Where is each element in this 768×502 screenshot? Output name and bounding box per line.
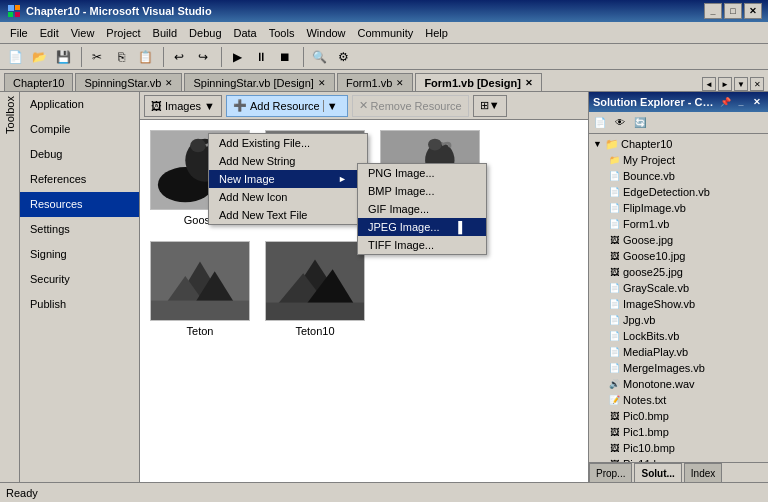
tab-form1-design-close[interactable]: ✕: [525, 78, 533, 88]
tab-spinningstar-design[interactable]: SpinningStar.vb [Design] ✕: [184, 73, 334, 91]
add-resource-dropdown-arrow[interactable]: ▼: [323, 100, 341, 112]
toolbar-paste[interactable]: 📋: [134, 46, 156, 68]
menu-view[interactable]: View: [65, 25, 101, 41]
maximize-button[interactable]: □: [724, 3, 742, 19]
tab-close-all[interactable]: ✕: [750, 77, 764, 91]
tab-scroll-right[interactable]: ►: [718, 77, 732, 91]
menu-help[interactable]: Help: [419, 25, 454, 41]
se-node-edgedetection[interactable]: 📄 EdgeDetection.vb: [589, 184, 768, 200]
se-node-chapter10[interactable]: ▼ 📁 Chapter10: [589, 136, 768, 152]
menu-tools[interactable]: Tools: [263, 25, 301, 41]
toolbar-redo[interactable]: ↪: [192, 46, 214, 68]
se-node-monotone[interactable]: 🔊 Monotone.wav: [589, 376, 768, 392]
app-icon: [6, 3, 22, 19]
toolbar-stop[interactable]: ⏹: [274, 46, 296, 68]
menu-data[interactable]: Data: [228, 25, 263, 41]
image-label-teton10: Teton10: [295, 325, 334, 337]
left-panel-security[interactable]: Security: [20, 267, 139, 292]
dropdown-add-new-string[interactable]: Add New String: [209, 152, 367, 170]
images-button[interactable]: 🖼 Images ▼: [144, 95, 222, 117]
close-button[interactable]: ✕: [744, 3, 762, 19]
se-node-goose10jpg[interactable]: 🖼 Goose10.jpg: [589, 248, 768, 264]
se-close-button[interactable]: ✕: [750, 95, 764, 109]
submenu-tiff-image[interactable]: TIFF Image...: [358, 236, 486, 254]
left-panel-resources[interactable]: Resources: [20, 192, 139, 217]
se-tab-solution[interactable]: Solut...: [634, 463, 681, 482]
se-node-goosejpg[interactable]: 🖼 Goose.jpg: [589, 232, 768, 248]
tab-form1-vb-close[interactable]: ✕: [396, 78, 404, 88]
toolbar-undo[interactable]: ↩: [168, 46, 190, 68]
submenu-jpeg-image[interactable]: JPEG Image... ▌: [358, 218, 486, 236]
tab-form1-design[interactable]: Form1.vb [Design] ✕: [415, 73, 542, 91]
image-item-teton10[interactable]: Teton10: [265, 241, 365, 337]
toolbar-sep-3: [218, 47, 222, 67]
se-node-myproject[interactable]: 📁 My Project: [589, 152, 768, 168]
dropdown-new-image[interactable]: New Image ►: [209, 170, 367, 188]
se-node-jpgvb[interactable]: 📄 Jpg.vb: [589, 312, 768, 328]
toolbar-misc2[interactable]: ⚙: [332, 46, 354, 68]
toolbar-open[interactable]: 📂: [28, 46, 50, 68]
submenu-gif-image[interactable]: GIF Image...: [358, 200, 486, 218]
se-node-pic10[interactable]: 🖼 Pic10.bmp: [589, 440, 768, 456]
se-node-imageshow[interactable]: 📄 ImageShow.vb: [589, 296, 768, 312]
se-node-pic0[interactable]: 🖼 Pic0.bmp: [589, 408, 768, 424]
se-tab-properties[interactable]: Prop...: [589, 463, 632, 482]
se-btn-show-all[interactable]: 👁: [611, 114, 629, 132]
se-node-form1vb[interactable]: 📄 Form1.vb: [589, 216, 768, 232]
image-item-teton[interactable]: Teton: [150, 241, 250, 337]
menu-community[interactable]: Community: [352, 25, 420, 41]
left-panel-references[interactable]: References: [20, 167, 139, 192]
dropdown-add-new-icon[interactable]: Add New Icon: [209, 188, 367, 206]
minimize-button[interactable]: _: [704, 3, 722, 19]
view-toggle-button[interactable]: ⊞▼: [473, 95, 507, 117]
tab-chapter10[interactable]: Chapter10: [4, 73, 73, 91]
menu-file[interactable]: File: [4, 25, 34, 41]
dropdown-add-existing-file[interactable]: Add Existing File...: [209, 134, 367, 152]
tab-spinningstar-design-close[interactable]: ✕: [318, 78, 326, 88]
toolbar-misc1[interactable]: 🔍: [308, 46, 330, 68]
menu-build[interactable]: Build: [147, 25, 183, 41]
toolbox[interactable]: Toolbox: [0, 92, 20, 482]
tab-scroll-left[interactable]: ◄: [702, 77, 716, 91]
se-pin-button[interactable]: 📌: [718, 95, 732, 109]
toolbar-cut[interactable]: ✂: [86, 46, 108, 68]
left-panel-compile[interactable]: Compile: [20, 117, 139, 142]
toolbar-new[interactable]: 📄: [4, 46, 26, 68]
submenu-png-image[interactable]: PNG Image...: [358, 164, 486, 182]
toolbar-copy[interactable]: ⎘: [110, 46, 132, 68]
se-tab-index[interactable]: Index: [684, 463, 722, 482]
tab-spinningstar-vb-close[interactable]: ✕: [165, 78, 173, 88]
se-btn-properties[interactable]: 📄: [591, 114, 609, 132]
toolbar-run[interactable]: ▶: [226, 46, 248, 68]
se-node-mediaplay[interactable]: 📄 MediaPlay.vb: [589, 344, 768, 360]
menu-project[interactable]: Project: [100, 25, 146, 41]
tab-form1-vb[interactable]: Form1.vb ✕: [337, 73, 413, 91]
se-node-notes[interactable]: 📝 Notes.txt: [589, 392, 768, 408]
menu-edit[interactable]: Edit: [34, 25, 65, 41]
main-container: Toolbox Application Compile Debug Refere…: [0, 92, 768, 482]
se-node-grayscale[interactable]: 📄 GrayScale.vb: [589, 280, 768, 296]
toolbar-save[interactable]: 💾: [52, 46, 74, 68]
se-node-bounce[interactable]: 📄 Bounce.vb: [589, 168, 768, 184]
se-node-pic1[interactable]: 🖼 Pic1.bmp: [589, 424, 768, 440]
se-minimize-button[interactable]: _: [734, 95, 748, 109]
add-resource-button[interactable]: ➕ Add Resource ▼: [226, 95, 348, 117]
submenu-bmp-image[interactable]: BMP Image...: [358, 182, 486, 200]
menu-debug[interactable]: Debug: [183, 25, 227, 41]
se-btn-refresh[interactable]: 🔄: [631, 114, 649, 132]
left-panel-publish[interactable]: Publish: [20, 292, 139, 317]
left-panel-settings[interactable]: Settings: [20, 217, 139, 242]
se-node-mergeimages[interactable]: 📄 MergeImages.vb: [589, 360, 768, 376]
left-panel-application[interactable]: Application: [20, 92, 139, 117]
tab-dropdown[interactable]: ▼: [734, 77, 748, 91]
tab-spinningstar-vb[interactable]: SpinningStar.vb ✕: [75, 73, 182, 91]
toolbar-pause[interactable]: ⏸: [250, 46, 272, 68]
left-panel-debug[interactable]: Debug: [20, 142, 139, 167]
dropdown-add-new-text-file[interactable]: Add New Text File: [209, 206, 367, 224]
se-node-lockbits[interactable]: 📄 LockBits.vb: [589, 328, 768, 344]
se-expand-chapter10[interactable]: ▼: [593, 139, 603, 149]
menu-window[interactable]: Window: [300, 25, 351, 41]
se-node-goose25jpg[interactable]: 🖼 goose25.jpg: [589, 264, 768, 280]
se-node-flipimage[interactable]: 📄 FlipImage.vb: [589, 200, 768, 216]
left-panel-signing[interactable]: Signing: [20, 242, 139, 267]
